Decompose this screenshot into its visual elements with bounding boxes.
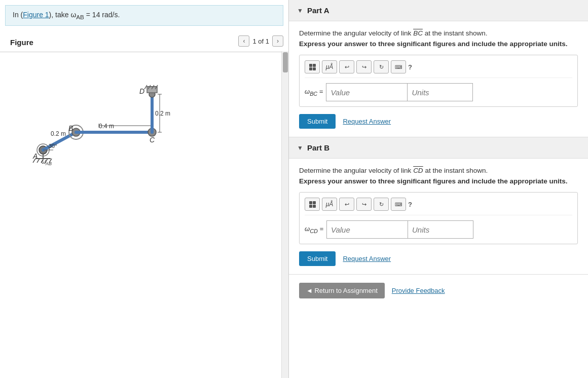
dim-cd: 0.2 m: [155, 110, 170, 117]
part-b-input-row: ωCD =: [305, 220, 572, 239]
dim-bc: 0.4 m: [99, 123, 114, 130]
info-box: In (Figure 1), take ωAB = 14 rad/s.: [5, 5, 283, 26]
part-a-request-answer-button[interactable]: Request Answer: [343, 118, 391, 125]
part-a-redo-btn[interactable]: [356, 60, 372, 73]
figure-link[interactable]: Figure 1: [23, 11, 49, 19]
part-b-value-input[interactable]: [326, 220, 408, 239]
matrix-icon-b: [309, 201, 316, 208]
part-b-toolbar: μÅ ?: [305, 198, 572, 215]
part-a-answer-box: μÅ ?: [299, 55, 578, 107]
part-b-undo-btn[interactable]: [339, 198, 354, 211]
figure-area: Figure ‹ 1 of 1 ›: [0, 31, 288, 378]
angle-label: 30°: [49, 143, 57, 149]
part-b-action-row: Submit Request Answer: [299, 251, 578, 266]
part-a-toolbar: μÅ ?: [305, 60, 572, 78]
left-panel: In (Figure 1), take ωAB = 14 rad/s. Figu…: [0, 0, 289, 378]
dim-ab: 0.2 m: [51, 130, 66, 137]
info-text-prefix: In (: [13, 11, 23, 19]
undo-icon-b: [345, 201, 349, 208]
info-text-suffix: ), take ω: [49, 11, 77, 19]
redo-icon: [362, 64, 366, 70]
part-b-submit-button[interactable]: Submit: [299, 251, 336, 266]
part-a-refresh-btn[interactable]: [374, 60, 389, 73]
return-to-assignment-button[interactable]: ◄ Return to Assignment: [299, 283, 385, 298]
mu-icon: μÅ: [326, 63, 334, 70]
part-a-input-label: ωBC =: [305, 88, 323, 97]
part-b-mu-btn[interactable]: μÅ: [322, 198, 337, 211]
part-a-instruction: Express your answer to three significant…: [299, 40, 578, 48]
part-a-collapse-icon[interactable]: ▼: [297, 7, 303, 14]
part-a-input-row: ωBC =: [305, 83, 572, 101]
part-a-units-input[interactable]: [407, 83, 473, 101]
part-a-keyboard-btn[interactable]: [391, 60, 406, 73]
figure-nav-text: 1 of 1: [252, 37, 269, 45]
part-a-matrix-btn[interactable]: [305, 60, 320, 73]
part-b-keyboard-btn[interactable]: [391, 198, 406, 211]
undo-icon: [345, 64, 349, 70]
part-a-header: ▼ Part A: [289, 0, 588, 21]
part-b-content: Determine the angular velocity of link C…: [289, 159, 588, 275]
part-b-refresh-btn[interactable]: [374, 198, 389, 211]
bottom-bar: ◄ Return to Assignment Provide Feedback: [289, 275, 588, 307]
refresh-icon: [379, 64, 384, 70]
right-panel: ▼ Part A Determine the angular velocity …: [289, 0, 588, 378]
part-b-instruction: Express your answer to three significant…: [299, 177, 578, 185]
label-d: D: [139, 87, 144, 95]
part-a-section: ▼ Part A Determine the angular velocity …: [289, 0, 588, 137]
figure-label: Figure: [5, 34, 39, 49]
label-a: A: [32, 152, 38, 160]
part-b-matrix-btn[interactable]: [305, 198, 320, 211]
part-b-redo-btn[interactable]: [356, 198, 372, 211]
scroll-bar[interactable]: [281, 51, 288, 378]
part-a-content: Determine the angular velocity of link B…: [289, 21, 588, 137]
part-a-description: Determine the angular velocity of link B…: [299, 29, 578, 37]
part-b-collapse-icon[interactable]: ▼: [297, 144, 303, 152]
part-b-request-answer-button[interactable]: Request Answer: [343, 255, 391, 262]
mu-icon-b: μÅ: [326, 201, 334, 208]
provide-feedback-button[interactable]: Provide Feedback: [392, 287, 445, 294]
keyboard-icon-b: [395, 201, 402, 207]
info-equals: = 14 rad/s.: [84, 11, 120, 19]
part-a-help-icon[interactable]: ?: [408, 63, 412, 71]
part-b-answer-box: μÅ ?: [299, 192, 578, 244]
refresh-icon-b: [379, 201, 384, 208]
part-a-submit-button[interactable]: Submit: [299, 114, 336, 129]
mechanical-figure: A 30° ω AB B: [5, 57, 223, 169]
part-b-description: Determine the angular velocity of link C…: [299, 167, 578, 174]
part-b-section: ▼ Part B Determine the angular velocity …: [289, 137, 588, 275]
figure-canvas: A 30° ω AB B: [0, 52, 288, 184]
part-b-help-icon[interactable]: ?: [408, 201, 412, 208]
redo-icon-b: [362, 201, 366, 208]
part-a-value-input[interactable]: [326, 83, 407, 101]
part-b-units-input[interactable]: [408, 220, 473, 239]
part-a-action-row: Submit Request Answer: [299, 114, 578, 129]
omega-ab-sub: AB: [45, 161, 52, 166]
part-a-undo-btn[interactable]: [339, 60, 354, 73]
next-figure-button[interactable]: ›: [272, 35, 283, 47]
scroll-thumb[interactable]: [283, 52, 288, 72]
part-b-title: Part B: [307, 143, 329, 152]
label-b: B: [68, 124, 73, 132]
support-d: [147, 87, 157, 93]
part-b-input-label: ωCD =: [305, 225, 323, 234]
part-b-header: ▼ Part B: [289, 137, 588, 159]
part-a-mu-btn[interactable]: μÅ: [322, 60, 337, 73]
figure-header-row: Figure ‹ 1 of 1 ›: [0, 31, 288, 52]
info-subscript: AB: [76, 14, 84, 20]
figure-nav: ‹ 1 of 1 ›: [238, 35, 283, 47]
prev-figure-button[interactable]: ‹: [238, 35, 249, 47]
part-a-title: Part A: [307, 6, 329, 15]
matrix-icon: [309, 64, 316, 70]
label-c: C: [150, 136, 155, 144]
keyboard-icon: [395, 64, 402, 70]
